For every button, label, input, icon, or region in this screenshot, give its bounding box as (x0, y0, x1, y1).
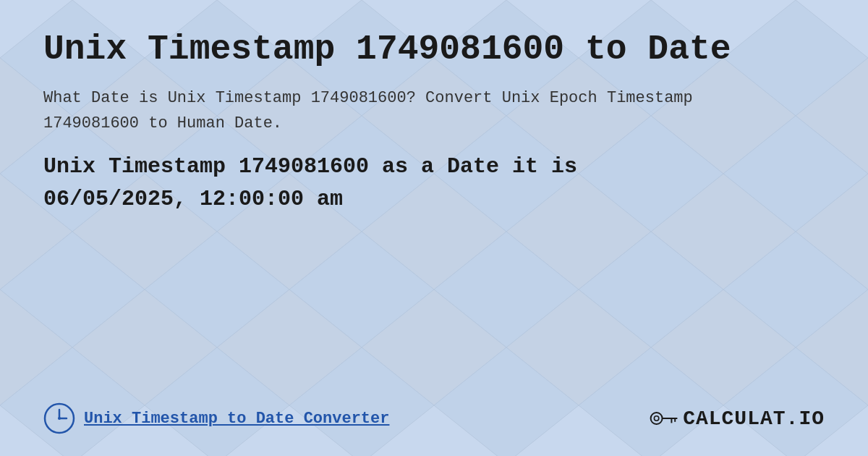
footer: Unix Timestamp to Date Converter CALCULA… (43, 395, 825, 434)
clock-icon (43, 402, 75, 434)
description-text: What Date is Unix Timestamp 1749081600? … (43, 85, 694, 136)
result-line2: 06/05/2025, 12:00:00 am (43, 187, 343, 211)
footer-link[interactable]: Unix Timestamp to Date Converter (84, 410, 389, 428)
logo-area: CALCULAT.IO (650, 407, 825, 430)
logo-text: CALCULAT.IO (683, 408, 825, 430)
svg-point-49 (58, 417, 61, 420)
svg-point-51 (655, 416, 659, 421)
page-title: Unix Timestamp 1749081600 to Date (43, 29, 825, 71)
svg-point-50 (651, 413, 663, 424)
logo-icon (650, 407, 678, 430)
result-line1: Unix Timestamp 1749081600 as a Date it i… (43, 154, 577, 179)
result-section: Unix Timestamp 1749081600 as a Date it i… (43, 151, 825, 216)
result-text: Unix Timestamp 1749081600 as a Date it i… (43, 151, 825, 216)
footer-left: Unix Timestamp to Date Converter (43, 402, 389, 434)
